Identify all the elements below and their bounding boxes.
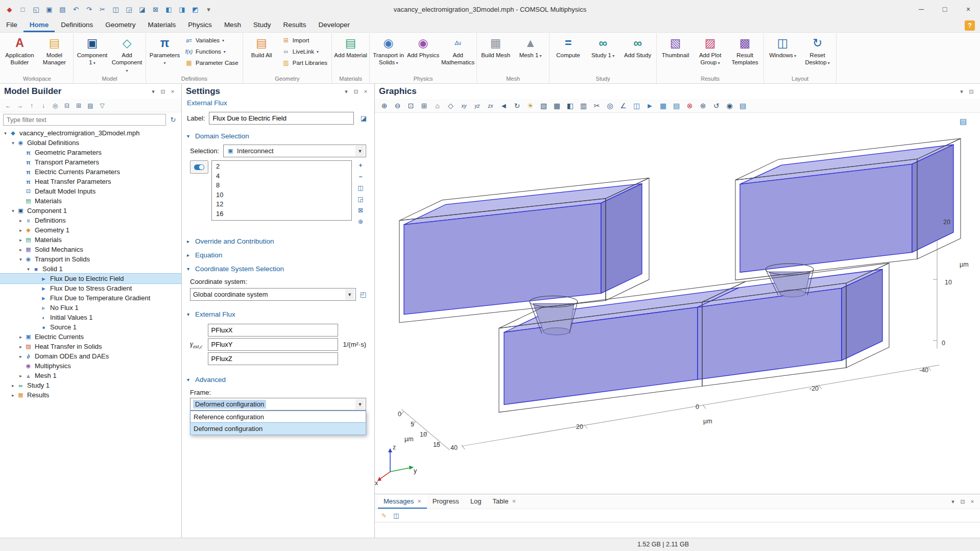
filter-input[interactable] [3,114,166,126]
paste-selection-icon[interactable]: ◲ [355,194,366,204]
collapse-all-icon[interactable]: ⊟ [62,101,72,111]
windows-button[interactable]: ◫Windows ▾ [766,34,800,74]
tree-item-solid-mechanics[interactable]: ▸▦Solid Mechanics [0,245,181,254]
clear-selection-icon[interactable]: ⊠ [355,205,366,215]
view-menu-icon[interactable]: ◇ [444,100,457,111]
add-mathematics-button[interactable]: ΔuAdd Mathematics [441,34,475,74]
go-to-default-view-icon[interactable]: ⌂ [431,100,444,111]
build-all-button[interactable]: ▤Build All [245,34,279,74]
menu-file[interactable]: File [0,18,23,32]
label-input[interactable] [209,112,354,125]
tree-item-solid-1[interactable]: ▾■Solid 1 [0,264,181,274]
tree-item-geometric-parameters[interactable]: πGeometric Parameters [0,148,181,157]
tree-item-study-1[interactable]: ▸∞Study 1 [0,380,181,390]
tree-settings-icon[interactable]: ▤ [85,101,95,111]
copy-text-icon[interactable]: ◫ [391,511,401,521]
tree-item-materials[interactable]: ▸▤Materials [0,235,181,245]
float-panel-icon[interactable]: ⊡ [958,497,967,506]
application-builder-button[interactable]: AApplication Builder [3,34,37,74]
tree-item-default-model-inputs[interactable]: ⊡Default Model Inputs [0,186,181,196]
help-icon[interactable]: ? [965,20,975,31]
filter-tree-icon[interactable]: ▽ [97,101,107,111]
rename-icon[interactable]: ◪ [358,113,369,124]
tab-progress[interactable]: Progress [427,494,465,509]
menu-developer[interactable]: Developer [312,18,356,32]
move-up-icon[interactable]: ↑ [27,101,37,111]
snapshot-icon[interactable]: ◉ [723,100,736,111]
zoom-in-icon[interactable]: ⊕ [378,100,391,111]
back-icon[interactable]: ← [3,101,13,111]
menu-mesh[interactable]: Mesh [218,18,247,32]
frame-option-reference-configuration[interactable]: Reference configuration [190,411,366,423]
print-icon[interactable]: ▤ [736,100,749,111]
tree-item-electric-currents[interactable]: ▸▣Electric Currents [0,332,181,342]
variables-button[interactable]: a=Variables▾ [182,35,241,46]
tree-item-electric-currents-parameters[interactable]: πElectric Currents Parameters [0,167,181,177]
active-toggle-button[interactable] [190,160,208,174]
float-panel-icon[interactable]: ⊡ [967,87,976,96]
print-icon[interactable]: ▤ [56,3,69,16]
maximize-icon[interactable]: □ [933,0,957,18]
tree-item-source-1[interactable]: ●Source 1 [0,322,181,332]
compute-button[interactable]: =Compute [551,34,585,74]
flux-x-input[interactable] [208,324,338,337]
float-panel-icon[interactable]: ⊡ [351,87,361,96]
collapse-arrow-icon[interactable]: ▾ [10,140,16,146]
domain-list-item[interactable]: 16 [212,209,351,219]
collapse-arrow-icon[interactable]: ▾ [10,208,16,213]
float-panel-icon[interactable]: ⊡ [158,87,168,96]
expand-arrow-icon[interactable]: ▸ [10,383,16,388]
domain-list-item[interactable]: 10 [212,190,351,200]
coordinate-system-combo[interactable]: Global coordinate system ▼ [190,288,356,301]
environment-icon[interactable]: ▦ [551,100,563,111]
frame-option-deformed-configuration[interactable]: Deformed configuration [190,423,366,435]
forward-icon[interactable]: → [15,101,25,111]
go-to-source-icon[interactable]: ◰ [360,291,366,298]
xy-view-icon[interactable]: xy [458,100,470,111]
tree-item-flux-due-to-electric-field[interactable]: ►Flux Due to Electric Field [0,274,181,283]
yz-view-icon[interactable]: yz [471,100,484,111]
redo-icon[interactable]: ↷ [83,3,95,16]
chevron-down-icon[interactable]: ▼ [355,146,365,156]
measure-icon[interactable]: ∠ [617,100,630,111]
chevron-down-icon[interactable]: ▾ [342,87,351,96]
plot-icon[interactable]: ► [643,100,656,111]
tree-item-component-1[interactable]: ▾▣Component 1 [0,206,181,215]
close-tab-icon[interactable]: × [512,497,516,505]
domain-selection-header[interactable]: ▾ Domain Selection [182,129,374,142]
result-templates-button[interactable]: ▩Result Templates [728,34,762,74]
tree-item-global-definitions[interactable]: ▾◉Global Definitions [0,138,181,148]
collapse-arrow-icon[interactable]: ▾ [2,131,9,136]
paste-icon[interactable]: ◲ [123,3,135,16]
advanced-header[interactable]: ▾ Advanced [182,372,374,386]
tree-item-transport-in-solids[interactable]: ▾◉Transport in Solids [0,254,181,264]
clear-messages-icon[interactable]: ✎ [379,511,389,521]
duplicate-icon[interactable]: ◪ [136,3,149,16]
color-table-icon[interactable]: ▧ [537,100,550,111]
zoom-extents-icon[interactable]: ⊞ [418,100,431,111]
copy-selection-icon[interactable]: ◫ [355,183,366,193]
tree-item-materials[interactable]: ▤Materials [0,196,181,206]
menu-results[interactable]: Results [277,18,312,32]
thumbnail-button[interactable]: ▧Thumbnail [658,34,692,74]
zoom-to-selection-icon[interactable]: ⊕ [355,217,366,227]
move-down-icon[interactable]: ↓ [38,101,49,111]
comsol-logo-icon[interactable]: ◆ [3,3,16,16]
close-tab-icon[interactable]: × [417,497,421,505]
tree-item-mesh-1[interactable]: ▸▲Mesh 1 [0,371,181,380]
chevron-down-icon[interactable]: ▾ [149,87,158,96]
remove-selection-icon[interactable]: − [355,172,366,182]
zoom-selected-icon[interactable]: ⊡ [404,100,417,111]
flux-y-input[interactable] [208,338,338,351]
collapse-arrow-icon[interactable]: ▾ [25,267,32,272]
add-selection-icon[interactable]: + [355,160,366,171]
close-panel-icon[interactable]: × [168,87,177,96]
import-button[interactable]: ⊞Import [279,35,330,46]
chevron-down-icon[interactable]: ▼ [355,399,365,410]
wireframe-rendering-icon[interactable]: ▥ [577,100,590,111]
scene-settings-icon[interactable]: ⊛ [697,100,709,111]
close-panel-icon[interactable]: × [361,87,370,96]
tree-item-initial-values-1[interactable]: ◐Initial Values 1 [0,313,181,322]
close-panel-icon[interactable]: × [968,497,977,506]
tree-item-domain-odes-and-daes[interactable]: ▸∂Domain ODEs and DAEs [0,351,181,361]
